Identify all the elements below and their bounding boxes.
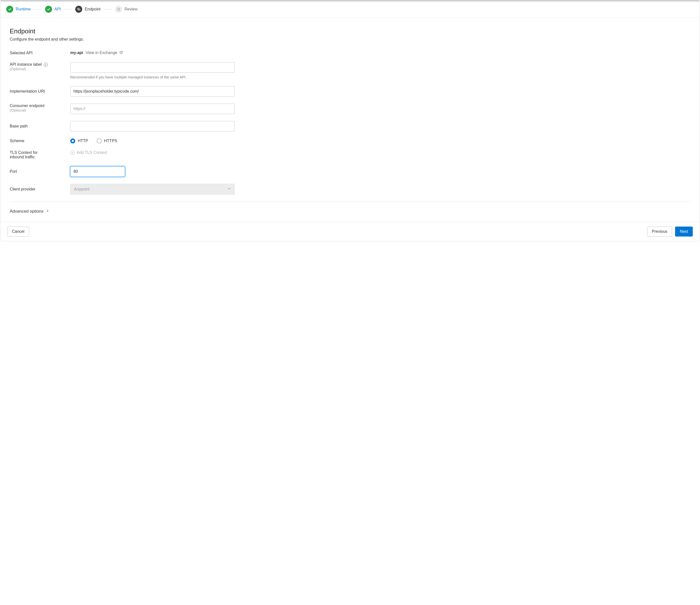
api-instance-label-help: Recommended if you have multiple managed… bbox=[70, 75, 235, 79]
api-instance-label-input[interactable] bbox=[70, 62, 235, 73]
scheme-http-radio[interactable]: HTTP bbox=[70, 138, 88, 143]
port-label: Port bbox=[10, 169, 17, 174]
step-connector bbox=[104, 9, 111, 9]
next-button[interactable]: Next bbox=[675, 227, 693, 237]
page-subtitle: Configure the endpoint and other setting… bbox=[10, 37, 690, 42]
scheme-https-radio[interactable]: HTTPS bbox=[97, 138, 117, 143]
selected-api-label: Selected API bbox=[10, 51, 33, 55]
step-connector bbox=[64, 9, 72, 9]
radio-label: HTTP bbox=[78, 139, 88, 143]
optional-label: (Optional) bbox=[10, 67, 26, 71]
view-in-exchange-link[interactable]: View in Exchange bbox=[86, 51, 123, 55]
step-runtime[interactable]: Runtime bbox=[6, 6, 31, 13]
check-icon bbox=[6, 6, 13, 13]
consumer-endpoint-label: Consumer endpoint bbox=[10, 104, 45, 108]
section-divider bbox=[10, 202, 690, 202]
step-label: Endpoint bbox=[85, 7, 100, 11]
list-icon bbox=[115, 6, 122, 13]
add-tls-context-button[interactable]: + Add TLS Context bbox=[70, 150, 235, 155]
endpoint-icon bbox=[75, 6, 82, 13]
implementation-uri-input[interactable] bbox=[70, 86, 235, 97]
plus-icon: + bbox=[70, 150, 75, 155]
tls-context-label: TLS Context for inbound traffic bbox=[10, 150, 50, 159]
consumer-endpoint-input[interactable] bbox=[70, 104, 235, 114]
check-icon bbox=[45, 6, 52, 13]
port-input[interactable] bbox=[70, 166, 125, 177]
optional-label: (Optional) bbox=[10, 108, 26, 112]
api-instance-label-label: API instance label bbox=[10, 62, 42, 67]
wizard-footer: Cancel Previous Next bbox=[1, 222, 699, 241]
base-path-input[interactable] bbox=[70, 121, 235, 131]
advanced-options-toggle[interactable]: Advanced options bbox=[10, 209, 690, 214]
radio-unselected-icon bbox=[97, 138, 102, 143]
client-provider-select[interactable]: Anypoint bbox=[70, 184, 235, 195]
step-api[interactable]: API bbox=[45, 6, 61, 13]
step-review[interactable]: Review bbox=[115, 6, 138, 13]
selected-api-name: my-api bbox=[70, 51, 83, 55]
svg-point-4 bbox=[117, 9, 118, 9]
svg-rect-1 bbox=[78, 9, 80, 10]
step-label: API bbox=[54, 7, 61, 11]
step-label: Review bbox=[125, 7, 138, 11]
client-provider-label: Client provider bbox=[10, 187, 35, 191]
cancel-button[interactable]: Cancel bbox=[7, 227, 29, 237]
scheme-label: Scheme bbox=[10, 139, 24, 143]
radio-label: HTTPS bbox=[104, 139, 117, 143]
step-endpoint[interactable]: Endpoint bbox=[75, 6, 100, 13]
svg-point-6 bbox=[117, 10, 118, 10]
select-value: Anypoint bbox=[74, 187, 90, 191]
page-title: Endpoint bbox=[10, 27, 690, 35]
wizard-stepper: Runtime API Endpoint Review bbox=[1, 1, 699, 18]
chevron-down-icon bbox=[227, 187, 231, 191]
svg-point-2 bbox=[117, 8, 118, 8]
info-icon[interactable]: i bbox=[44, 63, 48, 67]
previous-button[interactable]: Previous bbox=[647, 227, 672, 237]
implementation-uri-label: Implementation URI bbox=[10, 89, 45, 94]
external-link-icon bbox=[119, 51, 123, 55]
step-label: Runtime bbox=[16, 7, 31, 11]
svg-rect-7 bbox=[118, 10, 120, 10]
base-path-label: Base path bbox=[10, 124, 28, 128]
step-connector bbox=[34, 9, 42, 9]
radio-selected-icon bbox=[70, 138, 75, 143]
chevron-right-icon bbox=[46, 209, 49, 214]
